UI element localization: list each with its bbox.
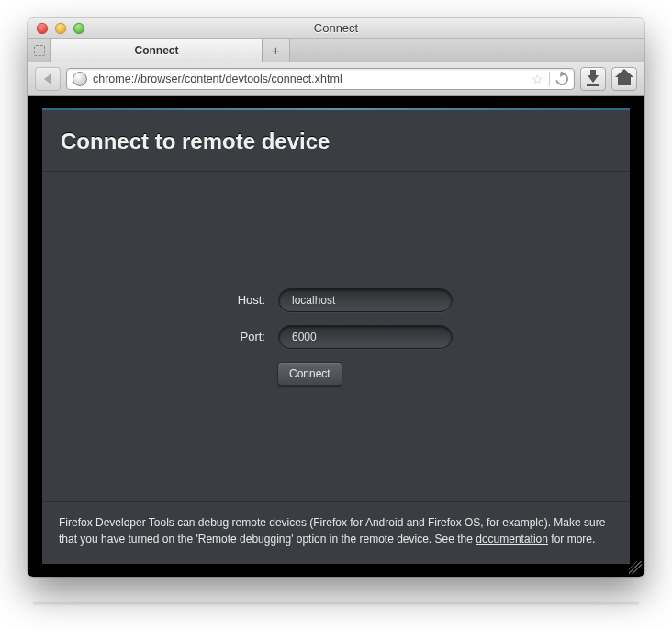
new-tab-button[interactable]: + (263, 39, 290, 62)
panel-accent-line (42, 108, 630, 110)
bookmark-star-icon[interactable]: ☆ (532, 72, 543, 86)
resize-grip[interactable] (629, 561, 642, 574)
submit-row: Connect (218, 362, 342, 386)
connect-form: Host: Port: Connect (42, 172, 630, 501)
content-area: Connect to remote device Host: Port: Con… (28, 96, 644, 577)
page-heading: Connect to remote device (42, 110, 630, 172)
download-icon (588, 75, 599, 83)
tab-label: Connect (135, 44, 179, 57)
titlebar: Connect (28, 18, 644, 39)
divider (549, 72, 550, 86)
back-button[interactable] (35, 67, 61, 91)
minimize-window-button[interactable] (55, 23, 66, 34)
port-label: Port: (219, 330, 265, 343)
traffic-lights (28, 23, 84, 34)
connect-panel: Connect to remote device Host: Port: Con… (42, 108, 630, 564)
footer-text-after: for more. (548, 533, 595, 546)
tab-groups-icon (34, 45, 45, 56)
url-text: chrome://browser/content/devtools/connec… (93, 73, 526, 85)
close-window-button[interactable] (37, 23, 48, 34)
port-row: Port: (219, 325, 453, 349)
tab-bar: Connect + (28, 39, 644, 62)
site-identity-icon (73, 72, 87, 86)
toolbar: chrome://browser/content/devtools/connec… (28, 62, 644, 96)
reload-icon[interactable] (553, 70, 570, 87)
window-title: Connect (28, 21, 644, 35)
url-bar[interactable]: chrome://browser/content/devtools/connec… (66, 68, 575, 90)
footer-note: Firefox Developer Tools can debug remote… (42, 501, 630, 564)
plus-icon: + (272, 43, 280, 57)
connect-button[interactable]: Connect (277, 362, 342, 386)
shadow-decoration (33, 602, 639, 604)
downloads-button[interactable] (580, 67, 606, 91)
browser-window: Connect Connect + chrome://browser/conte… (28, 18, 644, 577)
home-button[interactable] (611, 67, 637, 91)
home-icon (618, 76, 631, 85)
host-label: Host: (219, 293, 265, 307)
host-input[interactable] (278, 288, 453, 312)
port-input[interactable] (278, 325, 453, 349)
back-icon (44, 73, 51, 84)
tab-connect[interactable]: Connect (51, 39, 263, 62)
zoom-window-button[interactable] (73, 23, 84, 34)
tab-groups-button[interactable] (28, 39, 51, 62)
host-row: Host: (219, 288, 453, 312)
documentation-link[interactable]: documentation (476, 533, 548, 546)
